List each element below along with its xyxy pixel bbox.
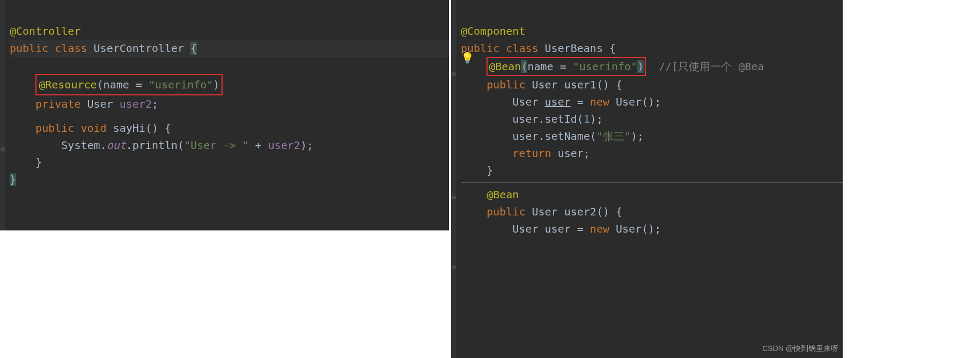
fold-marker[interactable]: ⊖	[0, 145, 5, 153]
left-editor-pane[interactable]: ⊖ @Controller public class UserControlle…	[0, 0, 449, 230]
left-column: ⊖ @Controller public class UserControlle…	[0, 0, 450, 358]
fold-marker[interactable]: ⊖	[451, 193, 456, 202]
separator	[10, 116, 449, 116]
separator	[461, 182, 843, 183]
method-user2: user2	[564, 205, 596, 218]
field-user2: user2	[120, 98, 152, 110]
comment-text: //[只使用一个 @Bea	[659, 60, 764, 73]
annotation-bean2: @Bean	[487, 188, 519, 201]
annotation-bean: @Bean	[489, 60, 521, 73]
method-sayhi: sayHi	[113, 122, 145, 135]
right-editor-pane[interactable]: 💡 ⊖ ⊖ ⊖ @Component public class UserBean…	[451, 0, 843, 358]
watermark-text: CSDN @快到锅里来呀	[762, 344, 838, 354]
private-keyword: private	[35, 98, 80, 110]
class-declaration: public class UserController {	[10, 40, 449, 57]
white-area	[0, 230, 450, 358]
right-gutter	[451, 0, 456, 358]
left-gutter	[0, 0, 5, 230]
fold-marker[interactable]: ⊖	[451, 70, 456, 78]
right-code[interactable]: @Component public class UserBeans { @Bea…	[451, 0, 843, 243]
closing-brace: }	[10, 173, 16, 186]
resource-annotation-highlight: @Resource(name = "userinfo")	[35, 74, 223, 95]
bean-annotation-highlight: @Bean(name = "userinfo")	[487, 57, 646, 76]
left-code[interactable]: @Controller public class UserController …	[0, 0, 449, 193]
method-user1: user1	[564, 78, 596, 91]
annotation-component: @Component	[461, 25, 525, 38]
var-user: user	[545, 95, 571, 108]
bulb-icon[interactable]: 💡	[461, 51, 474, 64]
annotation-controller: @Controller	[10, 25, 80, 38]
annotation-resource: @Resource	[39, 78, 97, 91]
fold-marker[interactable]: ⊖	[451, 263, 456, 271]
